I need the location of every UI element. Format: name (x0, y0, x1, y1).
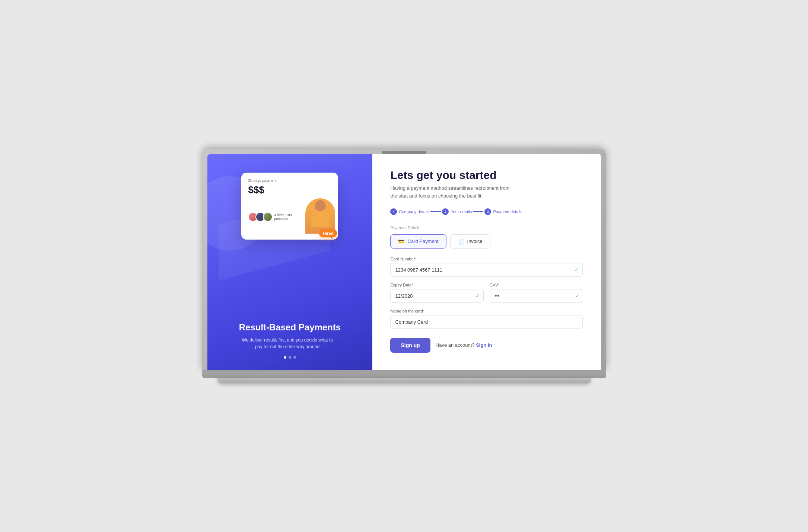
signup-button[interactable]: Sign up (390, 338, 430, 353)
person-body (311, 212, 330, 227)
has-account-text: Have an account? Sign in (436, 342, 492, 348)
card-amount: $$$ (248, 184, 331, 196)
left-subtitle: We deliver results first and you decide … (239, 337, 336, 350)
card-bottom: 4 hires, 100 proceeds Hired ↖ (248, 200, 331, 234)
person-head (315, 200, 326, 211)
dot-2 (289, 356, 291, 359)
card-check-icon: ✓ (575, 267, 579, 273)
cvv-label: CVV* (490, 283, 583, 287)
cvv-input[interactable] (490, 289, 583, 303)
laptop: 30 days payment $$$ 4 hires, 100 proceed… (202, 149, 606, 383)
card-number-input[interactable] (390, 263, 583, 277)
cvv-wrapper: ✓ (490, 289, 583, 303)
step-icon-payment: 3 (484, 208, 491, 215)
expiry-wrapper: ✓ (390, 289, 484, 303)
dot-1 (284, 356, 286, 359)
card-number-wrapper: ✓ (390, 263, 583, 277)
card-hires-label: 4 hires, 100 proceeds (274, 213, 303, 221)
name-wrapper (390, 315, 583, 329)
page-title: Lets get you started (390, 169, 583, 182)
tab-card-payment[interactable]: 💳 Card Payment (390, 234, 446, 249)
left-bottom: Result-Based Payments We deliver results… (239, 322, 341, 359)
field-name-on-card: Name on the card* (390, 309, 583, 329)
expiry-check-icon: ✓ (475, 293, 480, 299)
steps-bar: ✓ Company details 2 Your details 3 Payme… (390, 208, 583, 215)
left-panel: 30 days payment $$$ 4 hires, 100 proceed… (207, 154, 373, 370)
name-on-card-label: Name on the card* (390, 309, 583, 313)
step-icon-company: ✓ (390, 208, 397, 215)
left-title: Result-Based Payments (239, 322, 341, 333)
step-your-details: 2 Your details (442, 208, 472, 215)
card-days-label: 30 days payment (248, 179, 331, 183)
step-line-2 (473, 211, 483, 212)
step-label-your-details: Your details (451, 209, 472, 214)
hired-badge: Hired (319, 229, 337, 237)
action-row: Sign up Have an account? Sign in (390, 338, 583, 353)
field-expiry: Expiry Date* ✓ (390, 283, 484, 303)
camera-bar (382, 151, 426, 154)
person-silhouette (305, 198, 335, 234)
step-line-1 (430, 211, 441, 212)
tab-invoice[interactable]: 🧾 Invoice (450, 234, 490, 249)
name-on-card-input[interactable] (390, 315, 583, 329)
dot-3 (293, 356, 296, 359)
sign-in-link[interactable]: Sign in (476, 342, 492, 348)
card-icon: 💳 (398, 238, 404, 244)
laptop-screen: 30 days payment $$$ 4 hires, 100 proceed… (207, 154, 601, 370)
step-payment: 3 Payment details (484, 208, 522, 215)
section-label: Payment Details (390, 225, 583, 230)
card-number-label: Card Number* (390, 257, 583, 261)
field-card-number: Card Number* ✓ (390, 257, 583, 277)
step-label-company: Company details (399, 209, 429, 214)
dots-indicator (239, 356, 341, 359)
tab-card-label: Card Payment (407, 238, 438, 244)
step-label-payment: Payment details (493, 209, 522, 214)
card-widget: 30 days payment $$$ 4 hires, 100 proceed… (241, 173, 338, 240)
avatar-3 (263, 212, 273, 222)
step-icon-your-details: 2 (442, 208, 449, 215)
tab-invoice-label: Invoice (467, 238, 483, 244)
page-subtitle: Having a payment method streamlines recr… (390, 185, 517, 200)
invoice-icon: 🧾 (458, 238, 464, 244)
form-row-expiry-cvv: Expiry Date* ✓ CVV* ✓ (390, 283, 583, 303)
expiry-input[interactable] (390, 289, 484, 303)
cvv-check-icon: ✓ (575, 293, 579, 299)
step-company: ✓ Company details (390, 208, 429, 215)
payment-tabs: 💳 Card Payment 🧾 Invoice (390, 234, 583, 249)
laptop-bottom (202, 370, 606, 378)
avatars (248, 212, 270, 222)
laptop-top: 30 days payment $$$ 4 hires, 100 proceed… (202, 149, 606, 370)
right-panel: Lets get you started Having a payment me… (372, 154, 601, 370)
field-cvv: CVV* ✓ (490, 283, 583, 303)
laptop-base (217, 378, 591, 383)
expiry-label: Expiry Date* (390, 283, 484, 287)
